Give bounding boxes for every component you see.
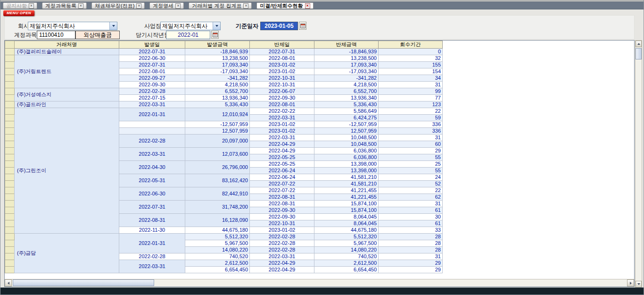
vertical-scrollbar[interactable] — [635, 40, 642, 288]
row-selector[interactable] — [5, 207, 15, 214]
cell-occurrence-amount[interactable]: 12,010,924 — [185, 108, 250, 121]
cell-settlement-date[interactable]: 2022-05-25 — [250, 154, 314, 161]
scroll-left-button[interactable] — [5, 279, 12, 287]
cell-settlement-date[interactable]: 2022-07-22 — [250, 181, 314, 187]
row-selector[interactable] — [5, 181, 15, 187]
cell-settlement-amount[interactable]: 5,586,649 — [314, 108, 379, 115]
tab-close-icon[interactable]: × — [175, 3, 181, 8]
row-selector[interactable] — [5, 240, 15, 247]
cell-settlement-amount[interactable]: 5,967,500 — [314, 240, 379, 247]
cell-settlement-date[interactable]: 2022-09-30 — [250, 95, 314, 101]
cell-settlement-amount[interactable]: 740,520 — [314, 253, 379, 260]
cell-settlement-date[interactable]: 2022-02-22 — [250, 108, 314, 115]
period-start-calendar-button[interactable] — [211, 31, 219, 39]
cell-occurrence-amount[interactable]: 5,967,500 — [185, 240, 250, 247]
cell-collection-days[interactable]: 61 — [379, 220, 443, 227]
row-selector[interactable] — [5, 247, 15, 253]
cell-occurrence-date[interactable]: 2022-08-01 — [119, 68, 185, 75]
row-selector[interactable] — [5, 201, 15, 207]
cell-settlement-amount[interactable]: 10,048,500 — [314, 135, 379, 141]
cell-settlement-date[interactable]: 2022-09-30 — [250, 214, 314, 220]
cell-settlement-date[interactable]: 2022-04-29 — [250, 267, 314, 273]
cell-settlement-amount[interactable]: 8,064,045 — [314, 214, 379, 220]
cell-settlement-amount[interactable]: 6,552,700 — [314, 88, 379, 95]
cell-occurrence-amount[interactable]: -12,507,959 — [185, 121, 250, 128]
cell-settlement-amount[interactable]: 10,048,500 — [314, 141, 379, 148]
cell-collection-days[interactable]: 60 — [379, 141, 443, 148]
cell-collection-days[interactable]: 32 — [379, 55, 443, 62]
cell-collection-days[interactable]: 123 — [379, 101, 443, 108]
cell-settlement-amount[interactable]: 6,424,275 — [314, 115, 379, 121]
horizontal-scrollbar[interactable] — [5, 279, 634, 287]
cell-customer-name[interactable]: (주)거성예스지 — [15, 88, 119, 101]
row-selector[interactable] — [5, 161, 15, 168]
cell-settlement-date[interactable]: 2022-10-31 — [250, 75, 314, 82]
cell-occurrence-date[interactable]: 2022-11-30 — [119, 227, 185, 234]
cell-collection-days[interactable]: 25 — [379, 161, 443, 168]
scroll-right-button[interactable] — [627, 279, 634, 287]
cell-occurrence-date[interactable]: 2022-01-31 — [119, 108, 185, 121]
cell-occurrence-date[interactable]: 2022-09-30 — [119, 82, 185, 88]
tab-receivable-payable-ledger[interactable]: 채권채무장(전표)× — [91, 2, 145, 9]
cell-settlement-date[interactable]: 2023-01-02 — [250, 121, 314, 128]
cell-settlement-amount[interactable]: 5,336,430 — [314, 101, 379, 108]
cell-settlement-date[interactable]: 2022-03-31 — [250, 135, 314, 141]
cell-occurrence-date[interactable]: 2022-06-30 — [119, 187, 185, 201]
base-date-calendar-button[interactable] — [299, 22, 306, 30]
cell-settlement-amount[interactable]: 4,218,500 — [314, 82, 379, 88]
cell-settlement-date[interactable]: 2022-08-31 — [250, 201, 314, 207]
row-selector[interactable] — [5, 49, 15, 55]
cell-collection-days[interactable]: 30 — [379, 214, 443, 220]
cell-occurrence-amount[interactable]: 82,442,910 — [185, 187, 250, 201]
cell-occurrence-date[interactable]: 2022-06-30 — [119, 55, 185, 62]
cell-collection-days[interactable]: 34 — [379, 75, 443, 82]
chevron-down-icon[interactable] — [213, 22, 220, 30]
row-selector[interactable] — [5, 187, 15, 194]
cell-settlement-date[interactable]: 2022-04-29 — [250, 141, 314, 148]
cell-occurrence-amount[interactable]: 6,654,450 — [185, 267, 250, 273]
cell-settlement-date[interactable]: 2023-01-02 — [250, 62, 314, 68]
tab-account-detail[interactable]: 계정명세× — [149, 2, 184, 9]
cell-settlement-amount[interactable]: -18,846,939 — [314, 49, 379, 55]
cell-collection-days[interactable]: 0 — [379, 49, 443, 55]
cell-settlement-date[interactable]: 2023-01-02 — [250, 68, 314, 75]
cell-occurrence-date[interactable]: 2022-02-28 — [119, 88, 185, 95]
cell-settlement-date[interactable]: 2023-01-02 — [250, 128, 314, 135]
cell-occurrence-amount[interactable]: 14,080,220 — [185, 247, 250, 253]
row-selector[interactable] — [5, 121, 15, 128]
cell-customer-name[interactable]: (주)골드라인 — [15, 101, 119, 108]
cell-collection-days[interactable]: 336 — [379, 121, 443, 128]
cell-settlement-amount[interactable]: 6,036,800 — [314, 154, 379, 161]
cell-occurrence-amount[interactable]: 5,336,430 — [185, 101, 250, 108]
cell-customer-name[interactable]: (주)거림트렌드 — [15, 55, 119, 88]
row-selector[interactable] — [5, 260, 15, 267]
cell-settlement-date[interactable]: 2023-01-02 — [250, 227, 314, 234]
cell-settlement-amount[interactable]: 17,093,340 — [314, 62, 379, 68]
cell-collection-days[interactable]: 31 — [379, 201, 443, 207]
cell-customer-name[interactable]: (주)금담 — [15, 234, 119, 273]
chevron-down-icon[interactable] — [109, 22, 117, 30]
horizontal-scroll-track[interactable] — [12, 279, 627, 287]
horizontal-scroll-thumb[interactable] — [13, 279, 154, 286]
cell-settlement-amount[interactable]: 13,398,000 — [314, 161, 379, 168]
cell-collection-days[interactable]: 336 — [379, 128, 443, 135]
cell-occurrence-date[interactable]: 2022-03-31 — [119, 101, 185, 108]
row-selector[interactable] — [5, 253, 15, 260]
row-selector[interactable] — [5, 55, 15, 62]
cell-collection-days[interactable]: 29 — [379, 148, 443, 154]
cell-customer-name[interactable]: (주)그린조이 — [15, 108, 119, 234]
row-selector[interactable] — [5, 95, 15, 101]
cell-collection-days[interactable]: 29 — [379, 267, 443, 273]
period-start-input[interactable]: 2022-01 — [166, 31, 210, 39]
cell-collection-days[interactable]: 33 — [379, 227, 443, 234]
tab-close-icon[interactable]: × — [243, 3, 248, 8]
cell-occurrence-date[interactable]: 2022-04-30 — [119, 161, 185, 174]
cell-settlement-date[interactable]: 2022-06-07 — [250, 88, 314, 95]
cell-settlement-amount[interactable]: 41,221,455 — [314, 194, 379, 201]
row-selector[interactable] — [5, 75, 15, 82]
cell-settlement-amount[interactable]: 15,874,100 — [314, 207, 379, 214]
scroll-down-button[interactable] — [636, 281, 642, 287]
row-selector[interactable] — [5, 101, 15, 108]
tab-vendor-account-summary[interactable]: 거래처별 계정 집계표× — [189, 2, 252, 9]
cell-occurrence-date[interactable]: 2022-09-27 — [119, 75, 185, 82]
